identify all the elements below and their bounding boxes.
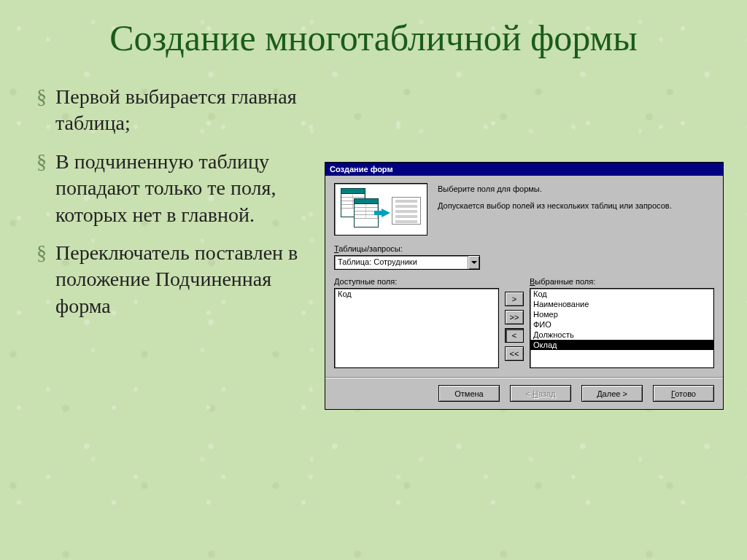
wizard-illustration — [334, 183, 427, 236]
combo-dropdown-button[interactable] — [468, 256, 479, 269]
form-wizard-dialog: Создание форм Выберите поля для формы. Д… — [325, 162, 724, 410]
list-item[interactable]: Код — [530, 289, 713, 299]
dialog-footer: Отмена < Назад Далее > Готово — [325, 377, 723, 409]
tables-queries-label: Таблицы/запросы: — [334, 244, 714, 253]
selected-fields-label: Выбранные поля: — [530, 277, 714, 286]
instruction-line-2: Допускается выбор полей из нескольких та… — [438, 200, 714, 212]
bullet-item: В подчиненную таблицу попадают только те… — [36, 149, 314, 228]
dialog-titlebar[interactable]: Создание форм — [325, 163, 723, 176]
available-fields-listbox[interactable]: Код — [334, 288, 499, 368]
next-button[interactable]: Далее > — [581, 385, 643, 402]
add-one-button[interactable]: > — [505, 292, 524, 306]
bullet-item: Переключатель поставлен в положение Подч… — [36, 240, 314, 319]
available-fields-label: Доступные поля: — [334, 277, 499, 286]
list-item[interactable]: Код — [335, 289, 498, 299]
bullet-item: Первой выбирается главная таблица; — [36, 84, 314, 137]
back-button: < Назад — [510, 385, 571, 402]
chevron-down-icon — [471, 260, 477, 265]
tables-queries-combo[interactable]: Таблица: Сотрудники — [334, 255, 480, 270]
finish-button[interactable]: Готово — [653, 385, 714, 402]
selected-fields-listbox[interactable]: КодНаименованиеНомерФИОДолжностьОклад — [530, 288, 714, 368]
list-item[interactable]: ФИО — [530, 319, 713, 330]
wizard-instructions: Выберите поля для формы. Допускается выб… — [438, 183, 714, 236]
add-all-button[interactable]: >> — [505, 310, 524, 324]
list-item[interactable]: Наименование — [530, 299, 713, 309]
combo-value: Таблица: Сотрудники — [335, 256, 468, 269]
list-item[interactable]: Должность — [530, 330, 713, 340]
cancel-button[interactable]: Отмена — [438, 385, 500, 402]
list-item[interactable]: Оклад — [530, 340, 713, 350]
list-item[interactable]: Номер — [530, 309, 713, 319]
slide-title: Создание многотабличной формы — [0, 15, 747, 62]
remove-all-button[interactable]: << — [505, 346, 524, 361]
instruction-line-1: Выберите поля для формы. — [438, 183, 714, 195]
bullet-list: Первой выбирается главная таблица; В под… — [36, 84, 314, 331]
remove-one-button[interactable]: < — [505, 328, 524, 343]
